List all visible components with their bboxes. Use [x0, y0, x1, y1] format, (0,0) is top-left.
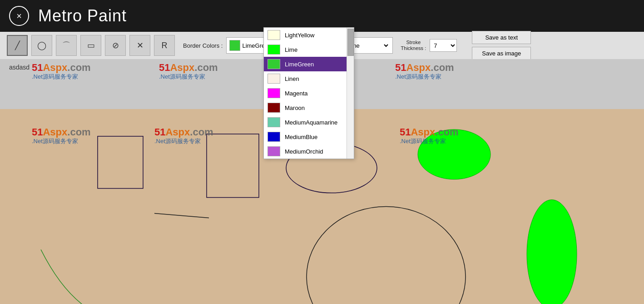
- color-swatch-lightyellow: [268, 30, 280, 40]
- ellipse-tool-button[interactable]: ◯: [31, 35, 52, 56]
- save-buttons-column: Save as text Save as image: [467, 31, 531, 60]
- canvas-text: asdasd: [9, 64, 30, 71]
- dropdown-item-magenta[interactable]: Magenta: [264, 86, 354, 100]
- svg-point-4: [418, 130, 490, 179]
- color-name-lightyellow: LightYellow: [285, 32, 314, 39]
- color-name-magenta: Magenta: [285, 90, 308, 97]
- svg-point-2: [307, 207, 466, 304]
- stroke-container: StrokeThickness :: [401, 40, 426, 51]
- dropdown-item-maroon[interactable]: Maroon: [264, 100, 354, 115]
- erase-tool-button[interactable]: ⊘: [105, 35, 126, 56]
- curve-tool-button[interactable]: ⌒: [56, 35, 77, 56]
- close-button[interactable]: ×: [9, 6, 29, 26]
- color-swatch-magenta: [268, 88, 280, 98]
- stroke-label: StrokeThickness :: [401, 40, 426, 51]
- color-swatch-mediumorchid: [268, 146, 280, 156]
- save-as-image-button[interactable]: Save as image: [472, 47, 531, 60]
- dropdown-scrollbar[interactable]: [347, 28, 354, 159]
- pen-tool-button[interactable]: ╱: [7, 35, 28, 56]
- color-swatch-mediumblue: [268, 132, 280, 142]
- dropdown-item-mediumblue[interactable]: MediumBlue: [264, 130, 354, 144]
- app-title: Metro Paint: [38, 6, 127, 25]
- color-name-mediumblue: MediumBlue: [285, 134, 317, 140]
- color-swatch-limegreen: [268, 59, 280, 69]
- border-colors-label: Border Colors :: [183, 42, 223, 49]
- color-name-maroon: Maroon: [285, 105, 305, 111]
- color-name-linen: Linen: [285, 75, 299, 82]
- save-as-text-button[interactable]: Save as text: [472, 31, 531, 44]
- svg-line-6: [154, 213, 209, 218]
- svg-rect-1: [207, 134, 259, 198]
- color-name-mediumorchid: MediumOrchid: [285, 148, 323, 155]
- color-name-lime: Lime: [285, 46, 297, 53]
- rect-tool-button[interactable]: ▭: [80, 35, 101, 56]
- color-name-mediumaquamarine: MediumAquamarine: [285, 119, 337, 126]
- border-color-dropdown-popup: LightYellow Lime LimeGreen Linen Magenta…: [263, 27, 354, 159]
- watermark-2: 51Aspx.com .Net源码服务专家: [159, 63, 218, 81]
- color-swatch-mediumaquamarine: [268, 117, 280, 127]
- watermark-4: 51Aspx.com .Net源码服务专家: [395, 63, 454, 81]
- r-tool-button[interactable]: R: [154, 35, 175, 56]
- dropdown-item-mediumaquamarine[interactable]: MediumAquamarine: [264, 115, 354, 130]
- stroke-select[interactable]: 7 1234 568910: [430, 39, 457, 52]
- watermark-1: 51Aspx.com .Net源码服务专家: [32, 63, 91, 81]
- color-swatch-maroon: [268, 103, 280, 113]
- dropdown-item-lime[interactable]: Lime: [264, 42, 354, 57]
- color-swatch-lime: [268, 45, 280, 55]
- color-swatch-linen: [268, 74, 280, 84]
- border-color-swatch: [229, 40, 240, 51]
- scrollbar-thumb: [347, 29, 354, 56]
- dropdown-item-mediumorchid[interactable]: MediumOrchid: [264, 144, 354, 159]
- color-name-limegreen: LimeGreen: [285, 61, 314, 68]
- clear-tool-button[interactable]: ✕: [129, 35, 150, 56]
- dropdown-item-linen[interactable]: Linen: [264, 71, 354, 86]
- svg-point-5: [527, 200, 577, 304]
- svg-rect-0: [98, 136, 143, 189]
- dropdown-item-lightyellow[interactable]: LightYellow: [264, 28, 354, 42]
- dropdown-item-limegreen[interactable]: LimeGreen: [264, 57, 354, 71]
